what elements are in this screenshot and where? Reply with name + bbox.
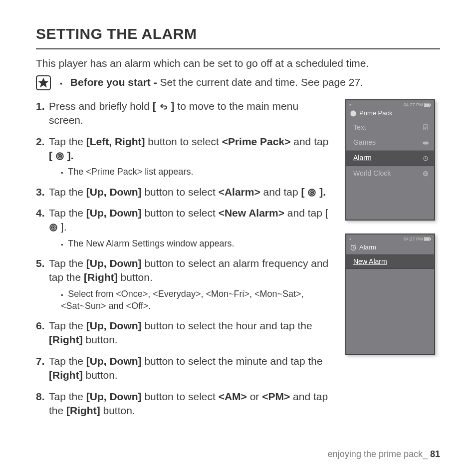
device-title: Alarm bbox=[359, 243, 376, 252]
device-title: Prime Pack bbox=[359, 109, 392, 118]
button-ref: [Right] bbox=[49, 369, 83, 381]
step-text: Tap the bbox=[49, 355, 86, 367]
option-ref: <Prime Pack> bbox=[222, 136, 291, 147]
status-time: 04:27 PM bbox=[404, 237, 423, 241]
svg-rect-18 bbox=[425, 238, 430, 240]
star-icon bbox=[36, 75, 51, 90]
period: . bbox=[64, 221, 67, 233]
button-ref: [Up, Down] bbox=[86, 320, 142, 331]
button-ref: [Right] bbox=[84, 271, 118, 283]
device-menu-label: New Alarm bbox=[353, 257, 387, 266]
bracket-open: [ bbox=[49, 150, 52, 161]
step-8: Tap the [Up, Down] button to select <AM>… bbox=[36, 390, 332, 418]
bracket-open: [ bbox=[325, 207, 328, 219]
svg-marker-0 bbox=[39, 79, 48, 87]
button-ref: [Right] bbox=[49, 334, 83, 345]
device-menu-item: Text bbox=[346, 120, 434, 135]
device-menu-item: New Alarm bbox=[346, 254, 434, 269]
svg-point-6 bbox=[311, 192, 312, 193]
battery-icon bbox=[424, 103, 431, 107]
footer-text: enjoying the prime pack_ bbox=[328, 449, 430, 459]
device-menu-label: Text bbox=[353, 123, 366, 132]
period: . bbox=[323, 186, 326, 198]
page-heading: SETTING THE ALARM bbox=[36, 24, 440, 49]
step-5: Tap the [Up, Down] button to select an a… bbox=[36, 256, 332, 312]
step-text: and tap bbox=[284, 207, 325, 219]
button-ref: [Up, Down] bbox=[86, 391, 142, 402]
step-substep: The <Prime Pack> list appears. bbox=[49, 166, 332, 178]
step-7: Tap the [Up, Down] button to select the … bbox=[36, 354, 332, 383]
device-menu-label: Games bbox=[353, 138, 376, 147]
step-text: button. bbox=[83, 369, 118, 381]
step-text: Press and briefly hold bbox=[49, 100, 153, 112]
step-text: or bbox=[247, 391, 262, 402]
battery-icon bbox=[424, 237, 431, 241]
device-header: Alarm bbox=[346, 242, 434, 254]
alarm-clock-icon bbox=[349, 243, 357, 251]
device-screenshot-prime-pack: ▪ 04:27 PM Prime Pack TextGamesAlarmWorl… bbox=[345, 99, 435, 221]
device-menu-item: Alarm bbox=[346, 150, 434, 166]
svg-point-3 bbox=[59, 156, 60, 157]
select-target-icon bbox=[49, 223, 58, 232]
step-4: Tap the [Up, Down] button to select <New… bbox=[36, 206, 332, 249]
step-text: Tap the bbox=[49, 257, 86, 269]
step-text: button to select bbox=[142, 207, 219, 219]
step-text: and tap bbox=[290, 136, 328, 147]
select-target-icon bbox=[307, 188, 316, 197]
step-text: Tap the bbox=[49, 207, 86, 219]
step-6: Tap the [Up, Down] button to select the … bbox=[36, 319, 332, 347]
step-text: Tap the bbox=[49, 320, 86, 331]
bracket-open: [ bbox=[153, 100, 156, 112]
status-time: 04:27 PM bbox=[404, 102, 423, 107]
step-text: button. bbox=[83, 334, 118, 345]
button-ref: [Left, Right] bbox=[86, 136, 145, 147]
alarm-clock-icon bbox=[422, 155, 429, 162]
option-ref: <PM> bbox=[262, 391, 290, 402]
step-text: button to select the minute and tap the bbox=[142, 355, 323, 367]
bracket-close: ] bbox=[67, 150, 71, 161]
step-text: Tap the bbox=[49, 186, 86, 198]
select-target-icon bbox=[55, 152, 64, 161]
step-text: button. bbox=[100, 405, 135, 416]
status-dot: ▪ bbox=[349, 236, 351, 242]
note-text: Before you start - Set the current date … bbox=[57, 75, 363, 89]
option-ref: <New Alarm> bbox=[219, 207, 284, 219]
step-substep: Select from <Once>, <Everyday>, <Mon~Fri… bbox=[49, 288, 332, 312]
step-text: button to select the hour and tap the bbox=[142, 320, 312, 331]
option-ref: <Alarm> bbox=[219, 186, 260, 198]
prime-pack-icon bbox=[349, 109, 357, 117]
svg-rect-12 bbox=[425, 103, 430, 106]
device-menu-label: Alarm bbox=[353, 153, 372, 163]
page-footer: enjoying the prime pack_ 81 bbox=[328, 448, 440, 460]
step-3: Tap the [Up, Down] button to select <Ala… bbox=[36, 185, 332, 199]
step-text: Tap the bbox=[49, 136, 86, 147]
note-row: Before you start - Set the current date … bbox=[36, 75, 440, 90]
svg-point-9 bbox=[53, 227, 54, 228]
gamepad-icon bbox=[422, 139, 429, 146]
device-menu-item: World Clock bbox=[346, 166, 434, 181]
bracket-open: [ bbox=[301, 186, 304, 198]
document-icon bbox=[422, 124, 429, 131]
globe-icon bbox=[422, 170, 429, 177]
step-text: Tap the bbox=[49, 391, 86, 402]
button-ref: [Up, Down] bbox=[86, 207, 142, 219]
device-screenshot-alarm: ▪ 04:27 PM Alarm New Alarm bbox=[345, 234, 435, 355]
note-body: Set the current date and time. See page … bbox=[160, 76, 363, 88]
step-text: button. bbox=[118, 271, 153, 283]
button-ref: [Right] bbox=[66, 405, 100, 416]
device-menu-label: World Clock bbox=[353, 169, 391, 178]
period: . bbox=[71, 150, 74, 161]
step-text: button to select bbox=[145, 136, 222, 147]
button-ref: [Up, Down] bbox=[86, 186, 142, 198]
page-number: 81 bbox=[430, 449, 440, 459]
step-text: button to select bbox=[142, 391, 219, 402]
option-ref: <AM> bbox=[219, 391, 247, 402]
button-ref: [Up, Down] bbox=[86, 257, 142, 269]
svg-rect-11 bbox=[430, 104, 431, 106]
back-icon bbox=[159, 102, 168, 111]
status-dot: ▪ bbox=[349, 102, 351, 108]
steps-list: Press and briefly hold [ ] to move to th… bbox=[36, 99, 332, 418]
svg-rect-17 bbox=[430, 238, 431, 240]
note-prefix: Before you start - bbox=[70, 76, 160, 88]
step-substep: The New Alarm Settings window appears. bbox=[49, 238, 332, 249]
